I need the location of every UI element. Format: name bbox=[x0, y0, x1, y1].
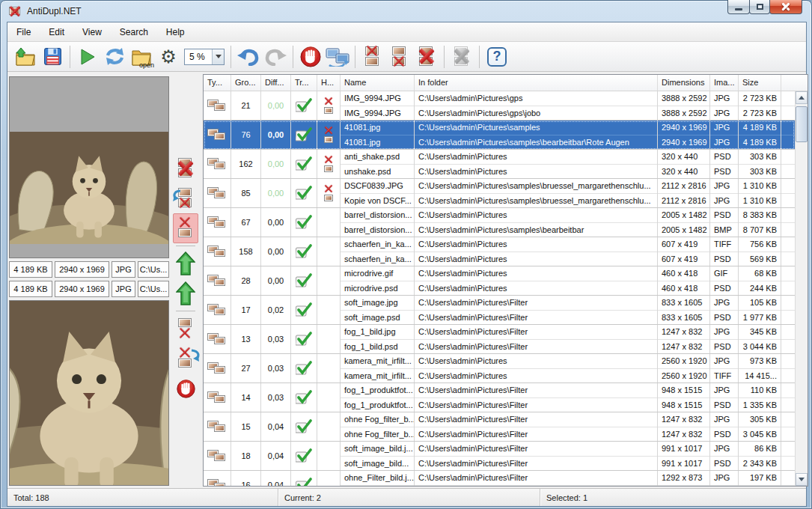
header-type[interactable]: Ty... bbox=[204, 75, 231, 91]
title-bar[interactable]: AntiDupl.NET bbox=[1, 1, 811, 22]
cell-name: 41081.jpg bbox=[341, 121, 414, 135]
cell-dim: 3888 x 2592 bbox=[658, 106, 709, 121]
group-id: 15 bbox=[231, 412, 261, 441]
move-down-button[interactable] bbox=[173, 278, 198, 308]
app-window: AntiDupl.NET File Edit View Search Help bbox=[0, 0, 812, 509]
header-name[interactable]: Name bbox=[341, 75, 415, 91]
help-button[interactable]: ? bbox=[483, 44, 510, 70]
cell-type: JPG bbox=[710, 121, 738, 135]
save-profile-button[interactable] bbox=[39, 44, 66, 70]
cell-dim: 320 x 440 bbox=[658, 165, 709, 179]
minimize-button[interactable] bbox=[727, 0, 750, 14]
toolbar-separator bbox=[176, 311, 195, 311]
group-id: 13 bbox=[231, 325, 261, 353]
cell-empty bbox=[341, 486, 414, 487]
toolbar-separator bbox=[444, 46, 445, 68]
cell-name: soft_image_bild... bbox=[341, 457, 414, 471]
start-search-button[interactable] bbox=[74, 44, 101, 70]
delete-second-button[interactable] bbox=[386, 44, 413, 70]
table-row[interactable]: 850,00DSCF0839.JPGKopie von DSCF...C:\Us… bbox=[204, 179, 795, 208]
cell-dim: 607 x 419 bbox=[658, 237, 709, 252]
table-row[interactable]: 140,03fog_1_produktfot...fog_1_produktfo… bbox=[204, 383, 795, 412]
menu-file[interactable]: File bbox=[7, 24, 40, 40]
cell-name: soft_image.jpg bbox=[341, 296, 414, 311]
table-row[interactable]: 670,00barrel_distorsion...barrel_distors… bbox=[204, 208, 795, 237]
table-row[interactable]: 280,00microdrive.gifmicrodrive.psdC:\Use… bbox=[204, 266, 795, 296]
exchange-view-button[interactable] bbox=[324, 44, 351, 70]
options-button[interactable]: ⚙ bbox=[155, 44, 182, 70]
delete-second-side-button[interactable] bbox=[173, 314, 198, 344]
close-button[interactable] bbox=[769, 0, 802, 14]
header-image-type[interactable]: Ima... bbox=[710, 75, 739, 91]
transform-check-icon bbox=[291, 325, 317, 353]
maximize-button[interactable] bbox=[749, 0, 770, 14]
scroll-down-button[interactable] bbox=[796, 473, 808, 486]
cell-type: GIF bbox=[710, 266, 738, 281]
table-row[interactable]: 270,03kamera_mit_irfilt...kamera_mit_irf… bbox=[204, 354, 795, 383]
delete-both-side-button[interactable] bbox=[173, 153, 198, 183]
scrollbar-thumb[interactable] bbox=[796, 106, 808, 142]
difference-value: 0,04 bbox=[261, 412, 291, 441]
cell-folder: C:\Users\admin\Pictures\gps bbox=[415, 91, 657, 106]
table-row[interactable]: 210,00IMG_9994.JPGIMG_9994.JPGC:\Users\a… bbox=[204, 91, 795, 121]
menu-help[interactable]: Help bbox=[157, 24, 194, 40]
table-row[interactable]: 130,03fog_1_bild.jpgfog_1_bild.psdC:\Use… bbox=[204, 325, 795, 354]
cell-dim: 1247 x 832 bbox=[658, 427, 709, 442]
combobox-dropdown-button[interactable] bbox=[212, 49, 224, 64]
header-in-folder[interactable]: In folder bbox=[415, 75, 658, 91]
table-row[interactable]: 170,02soft_image.jpgsoft_image.psdC:\Use… bbox=[204, 296, 795, 325]
preview-image-second[interactable] bbox=[9, 300, 169, 486]
delete-first-side-button[interactable] bbox=[173, 213, 198, 243]
menu-view[interactable]: View bbox=[73, 24, 111, 40]
header-transform[interactable]: Tr... bbox=[291, 75, 317, 91]
header-size[interactable]: Size bbox=[739, 75, 781, 91]
cell-name: schaerfen_in_ka... bbox=[341, 252, 414, 266]
cell-folder: C:\Users\admin\Pictures bbox=[415, 208, 657, 223]
stop-search-button[interactable] bbox=[297, 44, 324, 70]
hidden-flag-icon bbox=[317, 208, 341, 237]
group-id: 28 bbox=[231, 266, 261, 295]
cell-size: 2 723 KB bbox=[739, 91, 781, 106]
vertical-scrollbar[interactable] bbox=[795, 91, 808, 486]
header-hidden[interactable]: H... bbox=[317, 75, 341, 91]
delete-both-button[interactable] bbox=[413, 44, 440, 70]
cell-name: schaerfen_in_ka... bbox=[341, 237, 414, 252]
table-row[interactable]: 150,04ohne Fog_filter_b...ohne Fog_filte… bbox=[204, 412, 795, 442]
open-profile-button[interactable] bbox=[12, 44, 39, 70]
preview-image-first[interactable] bbox=[9, 76, 169, 258]
open-folder-button[interactable]: open bbox=[128, 44, 155, 70]
cell-folder: C:\Users\admin\Pictures\Filter bbox=[415, 427, 657, 442]
cell-name: anti_shake.psd bbox=[341, 150, 414, 165]
second-path: C:\Us... bbox=[138, 281, 169, 297]
table-row[interactable]: 180,04soft_image_bild.j...soft_image_bil… bbox=[204, 442, 795, 471]
table-row[interactable]: 760,0041081.jpg41081.jpgC:\Users\admin\P… bbox=[204, 121, 795, 150]
menu-edit[interactable]: Edit bbox=[40, 24, 73, 40]
refresh-results-button[interactable] bbox=[101, 44, 128, 70]
table-row[interactable]: 1620,00anti_shake.psdunshake.psdC:\Users… bbox=[204, 150, 795, 179]
table-row[interactable]: 160,04ohne_Filter_bild.j...C:\Users\admi… bbox=[204, 471, 795, 486]
cell-type: JPG bbox=[710, 106, 738, 121]
cell-size: 8 707 KB bbox=[739, 223, 781, 237]
delete-first-button[interactable] bbox=[359, 44, 386, 70]
scale-combobox[interactable]: 5 % bbox=[184, 49, 225, 65]
stop-side-button[interactable] bbox=[173, 374, 198, 403]
header-group[interactable]: Gro... bbox=[231, 75, 261, 91]
cell-folder: C:\Users\admin\Pictures\samples\bruessel… bbox=[415, 194, 657, 208]
menu-search[interactable]: Search bbox=[111, 24, 157, 40]
table-row[interactable]: 1580,00schaerfen_in_ka...schaerfen_in_ka… bbox=[204, 237, 795, 266]
cell-type: JPG bbox=[710, 383, 738, 398]
cell-size: 1 977 KB bbox=[739, 311, 781, 325]
rename-first-to-second-button[interactable] bbox=[173, 344, 198, 374]
cell-size: 4 189 KB bbox=[739, 121, 781, 135]
cell-size: 105 KB bbox=[739, 296, 781, 311]
cell-folder: C:\Users\admin\Pictures bbox=[415, 165, 657, 179]
chevron-down-icon bbox=[216, 55, 222, 58]
header-difference[interactable]: Diff... bbox=[261, 75, 291, 91]
header-dimensions[interactable]: Dimensions bbox=[658, 75, 710, 91]
group-id: 162 bbox=[231, 150, 261, 178]
scroll-up-button[interactable] bbox=[796, 91, 808, 104]
cell-dim: 2112 x 2816 bbox=[658, 179, 709, 194]
undo-button[interactable] bbox=[235, 44, 262, 70]
replace-first-with-second-button[interactable] bbox=[173, 183, 198, 213]
move-up-button[interactable] bbox=[173, 249, 198, 278]
